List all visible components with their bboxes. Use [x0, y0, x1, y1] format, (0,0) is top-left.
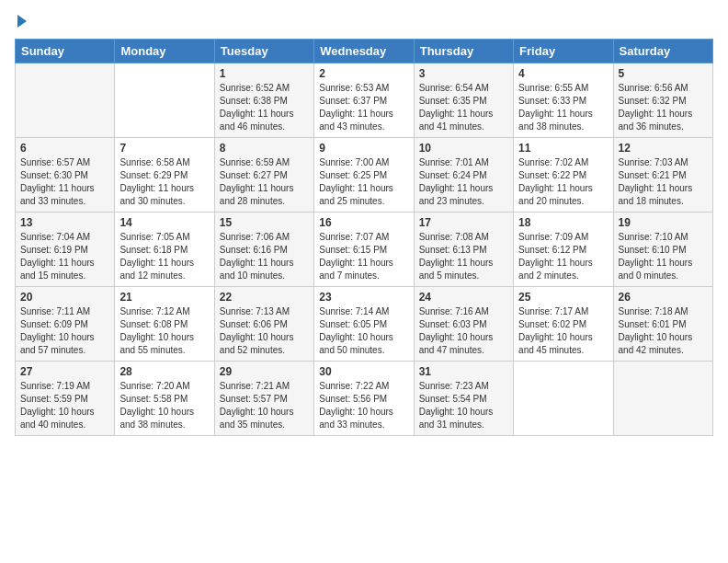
calendar-cell [514, 362, 613, 436]
day-number: 30 [319, 365, 408, 378]
day-number: 5 [619, 67, 708, 80]
day-number: 23 [319, 291, 408, 304]
calendar-cell: 8Sunrise: 6:59 AM Sunset: 6:27 PM Daylig… [214, 138, 313, 213]
day-info: Sunrise: 7:03 AM Sunset: 6:21 PM Dayligh… [619, 156, 708, 208]
day-info: Sunrise: 6:52 AM Sunset: 6:38 PM Dayligh… [220, 82, 309, 133]
day-info: Sunrise: 7:06 AM Sunset: 6:16 PM Dayligh… [220, 231, 309, 282]
day-info: Sunrise: 7:23 AM Sunset: 5:54 PM Dayligh… [419, 380, 508, 431]
day-number: 31 [419, 365, 508, 378]
calendar-body: 1Sunrise: 6:52 AM Sunset: 6:38 PM Daylig… [16, 63, 713, 436]
day-info: Sunrise: 7:11 AM Sunset: 6:09 PM Dayligh… [20, 305, 109, 357]
header-friday: Friday [514, 40, 613, 63]
day-number: 2 [319, 67, 408, 80]
calendar-cell: 23Sunrise: 7:14 AM Sunset: 6:05 PM Dayli… [314, 287, 414, 362]
day-number: 7 [119, 142, 209, 155]
calendar-cell: 20Sunrise: 7:11 AM Sunset: 6:09 PM Dayli… [16, 287, 115, 362]
day-number: 8 [220, 142, 309, 155]
calendar-cell: 13Sunrise: 7:04 AM Sunset: 6:19 PM Dayli… [16, 213, 115, 287]
day-number: 12 [619, 142, 708, 155]
day-number: 26 [619, 291, 708, 304]
calendar-cell: 15Sunrise: 7:06 AM Sunset: 6:16 PM Dayli… [214, 213, 313, 287]
calendar-week-row: 13Sunrise: 7:04 AM Sunset: 6:19 PM Dayli… [16, 213, 713, 287]
day-info: Sunrise: 6:53 AM Sunset: 6:37 PM Dayligh… [319, 82, 408, 133]
calendar-cell: 26Sunrise: 7:18 AM Sunset: 6:01 PM Dayli… [613, 287, 712, 362]
day-info: Sunrise: 6:57 AM Sunset: 6:30 PM Dayligh… [20, 156, 109, 208]
day-info: Sunrise: 7:12 AM Sunset: 6:08 PM Dayligh… [119, 305, 209, 357]
day-number: 17 [419, 216, 508, 229]
day-info: Sunrise: 7:22 AM Sunset: 5:56 PM Dayligh… [319, 380, 408, 431]
calendar-cell: 28Sunrise: 7:20 AM Sunset: 5:58 PM Dayli… [115, 362, 214, 436]
day-number: 22 [220, 291, 309, 304]
day-info: Sunrise: 7:20 AM Sunset: 5:58 PM Dayligh… [119, 380, 209, 431]
header-wednesday: Wednesday [314, 40, 414, 63]
day-number: 11 [518, 142, 608, 155]
day-number: 4 [518, 67, 608, 80]
day-number: 25 [518, 291, 608, 304]
day-info: Sunrise: 6:54 AM Sunset: 6:35 PM Dayligh… [419, 82, 508, 133]
header-tuesday: Tuesday [214, 40, 313, 63]
calendar-cell: 3Sunrise: 6:54 AM Sunset: 6:35 PM Daylig… [414, 63, 513, 138]
day-info: Sunrise: 7:13 AM Sunset: 6:06 PM Dayligh… [220, 305, 309, 357]
page-header [15, 15, 713, 28]
calendar-week-row: 20Sunrise: 7:11 AM Sunset: 6:09 PM Dayli… [16, 287, 713, 362]
day-number: 20 [20, 291, 109, 304]
day-number: 1 [220, 67, 309, 80]
day-info: Sunrise: 7:19 AM Sunset: 5:59 PM Dayligh… [20, 380, 109, 431]
day-number: 29 [220, 365, 309, 378]
day-number: 13 [20, 216, 109, 229]
calendar-header-row: SundayMondayTuesdayWednesdayThursdayFrid… [16, 40, 713, 63]
calendar-cell: 11Sunrise: 7:02 AM Sunset: 6:22 PM Dayli… [514, 138, 613, 213]
day-number: 3 [419, 67, 508, 80]
calendar-cell: 18Sunrise: 7:09 AM Sunset: 6:12 PM Dayli… [514, 213, 613, 287]
day-info: Sunrise: 6:56 AM Sunset: 6:32 PM Dayligh… [619, 82, 708, 133]
day-number: 19 [619, 216, 708, 229]
day-info: Sunrise: 6:59 AM Sunset: 6:27 PM Dayligh… [220, 156, 309, 208]
header-saturday: Saturday [613, 40, 712, 63]
calendar-cell: 24Sunrise: 7:16 AM Sunset: 6:03 PM Dayli… [414, 287, 513, 362]
calendar-cell: 12Sunrise: 7:03 AM Sunset: 6:21 PM Dayli… [613, 138, 712, 213]
calendar-cell: 31Sunrise: 7:23 AM Sunset: 5:54 PM Dayli… [414, 362, 513, 436]
calendar-table: SundayMondayTuesdayWednesdayThursdayFrid… [15, 39, 713, 436]
day-number: 27 [20, 365, 109, 378]
calendar-cell: 6Sunrise: 6:57 AM Sunset: 6:30 PM Daylig… [16, 138, 115, 213]
calendar-cell: 4Sunrise: 6:55 AM Sunset: 6:33 PM Daylig… [514, 63, 613, 138]
calendar-week-row: 27Sunrise: 7:19 AM Sunset: 5:59 PM Dayli… [16, 362, 713, 436]
header-thursday: Thursday [414, 40, 513, 63]
day-number: 9 [319, 142, 408, 155]
day-number: 14 [119, 216, 209, 229]
day-info: Sunrise: 7:01 AM Sunset: 6:24 PM Dayligh… [419, 156, 508, 208]
calendar-cell: 16Sunrise: 7:07 AM Sunset: 6:15 PM Dayli… [314, 213, 414, 287]
calendar-cell: 29Sunrise: 7:21 AM Sunset: 5:57 PM Dayli… [214, 362, 313, 436]
calendar-cell: 25Sunrise: 7:17 AM Sunset: 6:02 PM Dayli… [514, 287, 613, 362]
day-info: Sunrise: 7:05 AM Sunset: 6:18 PM Dayligh… [119, 231, 209, 282]
calendar-cell: 21Sunrise: 7:12 AM Sunset: 6:08 PM Dayli… [115, 287, 214, 362]
calendar-week-row: 6Sunrise: 6:57 AM Sunset: 6:30 PM Daylig… [16, 138, 713, 213]
day-info: Sunrise: 7:18 AM Sunset: 6:01 PM Dayligh… [619, 305, 708, 357]
calendar-cell: 9Sunrise: 7:00 AM Sunset: 6:25 PM Daylig… [314, 138, 414, 213]
calendar-cell: 5Sunrise: 6:56 AM Sunset: 6:32 PM Daylig… [613, 63, 712, 138]
day-number: 28 [119, 365, 209, 378]
day-info: Sunrise: 6:58 AM Sunset: 6:29 PM Dayligh… [119, 156, 209, 208]
day-info: Sunrise: 7:14 AM Sunset: 6:05 PM Dayligh… [319, 305, 408, 357]
calendar-cell: 14Sunrise: 7:05 AM Sunset: 6:18 PM Dayli… [115, 213, 214, 287]
calendar-cell: 22Sunrise: 7:13 AM Sunset: 6:06 PM Dayli… [214, 287, 313, 362]
calendar-cell: 2Sunrise: 6:53 AM Sunset: 6:37 PM Daylig… [314, 63, 414, 138]
day-info: Sunrise: 7:00 AM Sunset: 6:25 PM Dayligh… [319, 156, 408, 208]
header-monday: Monday [115, 40, 214, 63]
logo [15, 15, 27, 28]
day-info: Sunrise: 7:04 AM Sunset: 6:19 PM Dayligh… [20, 231, 109, 282]
day-info: Sunrise: 7:07 AM Sunset: 6:15 PM Dayligh… [319, 231, 408, 282]
calendar-cell: 1Sunrise: 6:52 AM Sunset: 6:38 PM Daylig… [214, 63, 313, 138]
day-info: Sunrise: 7:09 AM Sunset: 6:12 PM Dayligh… [518, 231, 608, 282]
day-number: 21 [119, 291, 209, 304]
calendar-cell: 27Sunrise: 7:19 AM Sunset: 5:59 PM Dayli… [16, 362, 115, 436]
day-number: 15 [220, 216, 309, 229]
day-number: 18 [518, 216, 608, 229]
day-info: Sunrise: 7:17 AM Sunset: 6:02 PM Dayligh… [518, 305, 608, 357]
calendar-cell: 19Sunrise: 7:10 AM Sunset: 6:10 PM Dayli… [613, 213, 712, 287]
calendar-cell [115, 63, 214, 138]
header-sunday: Sunday [16, 40, 115, 63]
day-info: Sunrise: 7:02 AM Sunset: 6:22 PM Dayligh… [518, 156, 608, 208]
calendar-cell: 17Sunrise: 7:08 AM Sunset: 6:13 PM Dayli… [414, 213, 513, 287]
day-info: Sunrise: 7:08 AM Sunset: 6:13 PM Dayligh… [419, 231, 508, 282]
